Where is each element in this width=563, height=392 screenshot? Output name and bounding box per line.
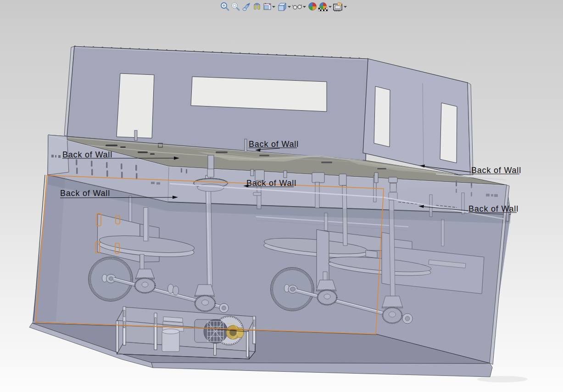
svg-text:Back of Wall: Back of Wall	[60, 189, 110, 198]
svg-text:Back of Wall: Back of Wall	[468, 204, 518, 213]
svg-text:Back of Wall: Back of Wall	[471, 166, 521, 175]
svg-text:Back of Wall: Back of Wall	[246, 179, 296, 188]
svg-text:Back of Wall: Back of Wall	[249, 140, 299, 149]
svg-text:Back of Wall: Back of Wall	[62, 150, 112, 159]
